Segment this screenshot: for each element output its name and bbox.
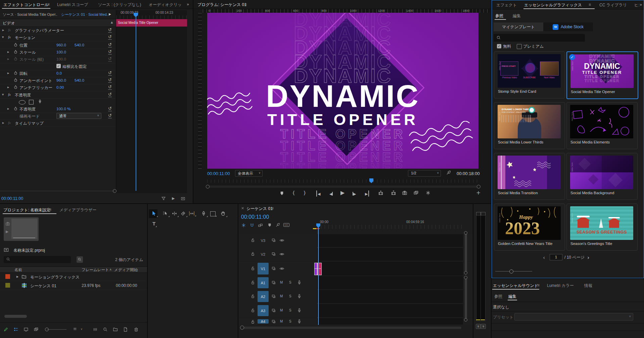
type-tool[interactable]: T bbox=[152, 221, 155, 226]
project-hscrollbar[interactable] bbox=[4, 315, 27, 318]
track-badge[interactable]: V3 bbox=[258, 235, 269, 246]
expander-icon[interactable]: ▶ bbox=[7, 72, 9, 75]
column-framerate[interactable]: フレームレート bbox=[82, 267, 109, 272]
chevron-down-icon[interactable]: ∨ bbox=[54, 12, 56, 16]
page-number-input[interactable]: 1 bbox=[550, 254, 562, 260]
sync-lock-icon[interactable] bbox=[271, 308, 276, 313]
panel-overflow-icon[interactable]: » bbox=[640, 2, 642, 7]
track-select-tool[interactable] bbox=[163, 211, 168, 216]
ec-sequence-label[interactable]: シーケンス 01 · Social Med... bbox=[61, 12, 110, 17]
ec-row-uniform-scale[interactable]: ✓ 縦横比を固定 bbox=[0, 63, 116, 70]
solo-button[interactable]: S bbox=[289, 281, 291, 284]
tab-cc-libraries[interactable]: CC ライブラリ bbox=[599, 2, 627, 8]
ec-row-opacity-value[interactable]: ▶ 不透明度 100.0 % ↺ bbox=[0, 105, 116, 113]
razor-tool[interactable] bbox=[180, 211, 186, 216]
ec-row-anchor-point[interactable]: アンカーポイント 960.0 540.0 ↺ bbox=[0, 77, 116, 84]
sync-lock-icon[interactable] bbox=[271, 319, 276, 324]
program-video-frame[interactable]: DYNAMIC DYNAMIC DYNAMIC DYNAMIC DYNAMIC … bbox=[207, 13, 478, 169]
close-icon[interactable]: × bbox=[241, 206, 244, 210]
solo-button[interactable]: S bbox=[289, 294, 291, 298]
ec-clip-bar[interactable]: Social Media Title Opener bbox=[116, 19, 187, 27]
track-lock-icon[interactable] bbox=[250, 266, 255, 271]
column-name[interactable]: 名前 bbox=[14, 267, 22, 272]
project-file-name[interactable]: 名称未設定.prproj bbox=[13, 248, 45, 253]
expander-icon[interactable]: ▶ bbox=[2, 122, 4, 124]
expander-icon[interactable]: ▼ bbox=[2, 36, 4, 39]
export-frame-button[interactable] bbox=[402, 190, 407, 196]
param-value-y[interactable]: 540.0 bbox=[75, 43, 84, 47]
voiceover-mic-icon[interactable] bbox=[297, 294, 302, 299]
hand-tool[interactable] bbox=[220, 211, 226, 216]
add-marker-button[interactable] bbox=[279, 191, 284, 196]
template-card-social-media-title-opener[interactable]: DYNAMIC DYNAMIC DYNAMIC TITLE OPENER TIT… bbox=[566, 51, 638, 99]
zoom-slider-track[interactable] bbox=[47, 329, 66, 330]
clip-segment-purple[interactable] bbox=[314, 263, 317, 275]
timeline-vscrollbar-audio[interactable] bbox=[465, 277, 467, 319]
panel-menu-icon[interactable]: ≡ bbox=[537, 283, 540, 288]
playback-resolution-dropdown[interactable]: 1/2 ∨ bbox=[408, 170, 441, 177]
program-scrub-ruler[interactable] bbox=[207, 179, 478, 183]
ec-row-graphic-parameters[interactable]: ▶ fx グラフィックパラメーター ↺ bbox=[0, 27, 116, 34]
sync-lock-icon[interactable] bbox=[271, 252, 276, 256]
zoom-bar-right-handle[interactable] bbox=[477, 185, 480, 188]
param-value[interactable]: 100.0 bbox=[56, 50, 66, 54]
ec-row-opacity-group[interactable]: ▼ fx 不透明度 ↺ bbox=[0, 91, 116, 99]
template-card-lower-thirds[interactable]: DYNAMIC LOWER THIRD FOR CONTENT CREATORS… bbox=[494, 102, 565, 149]
solo-button[interactable]: S bbox=[289, 320, 291, 323]
track-lock-icon[interactable] bbox=[250, 280, 255, 285]
column-media-start[interactable]: メディア開始 bbox=[114, 267, 138, 272]
track-lock-icon[interactable] bbox=[250, 294, 255, 299]
reset-icon[interactable]: ↺ bbox=[108, 71, 112, 76]
preset-dropdown[interactable]: ∨ bbox=[514, 313, 633, 321]
ec-row-position[interactable]: 位置 960.0 540.0 ↺ bbox=[0, 42, 116, 49]
sync-lock-icon[interactable] bbox=[271, 238, 276, 243]
template-card-transition[interactable]: Adobe Stock Social Media Transition bbox=[494, 153, 565, 200]
add-marker-icon[interactable] bbox=[267, 223, 272, 227]
tab-project[interactable]: プロジェクト: 名称未設定 bbox=[3, 207, 50, 213]
sort-asc-icon[interactable]: ∧ bbox=[109, 268, 112, 271]
new-bin-icon[interactable] bbox=[113, 327, 118, 332]
expander-icon[interactable]: ▶ bbox=[7, 86, 9, 89]
voiceover-mic-icon[interactable] bbox=[297, 280, 302, 285]
tab-effects[interactable]: エフェクト bbox=[496, 2, 517, 8]
mute-button[interactable]: M bbox=[280, 294, 283, 298]
sync-lock-icon[interactable] bbox=[271, 294, 276, 299]
timeline-playhead-line[interactable] bbox=[318, 227, 319, 325]
writable-pencil-icon[interactable] bbox=[3, 327, 8, 332]
param-value-x[interactable]: 960.0 bbox=[56, 43, 66, 47]
ec-video-section[interactable]: ビデオ ▲ bbox=[0, 19, 116, 27]
go-to-out-button[interactable]: ▶ bbox=[365, 191, 369, 197]
reset-icon[interactable]: ↺ bbox=[108, 35, 112, 40]
timeline-hscrollbar[interactable] bbox=[243, 327, 461, 329]
project-table-header[interactable]: 名前 フレームレート ∧ メディア開始 bbox=[0, 266, 147, 273]
lift-button[interactable] bbox=[378, 190, 383, 196]
mark-out-button[interactable]: } bbox=[303, 190, 306, 196]
timeline-ruler[interactable] bbox=[317, 225, 463, 229]
subtab-edit[interactable]: 編集 bbox=[508, 294, 516, 299]
track-lock-icon[interactable] bbox=[250, 238, 255, 243]
adobe-stock-button[interactable]: St Adobe Stock bbox=[543, 23, 593, 31]
timeline-timecode[interactable]: 00:00:11:00 bbox=[241, 214, 269, 220]
reset-icon[interactable]: ↺ bbox=[108, 78, 112, 83]
tab-lumetri-color[interactable]: Lumetri カラー bbox=[547, 283, 574, 289]
track-badge[interactable]: V2 bbox=[258, 249, 269, 260]
label-color-swatch[interactable] bbox=[5, 274, 10, 279]
reset-icon[interactable]: ↺ bbox=[108, 92, 112, 97]
template-search-input[interactable] bbox=[494, 34, 585, 42]
template-card-seasons-greetings[interactable]: SEASON'S GREETINGS Adobe Stock Season's … bbox=[566, 204, 638, 251]
mute-button[interactable]: M bbox=[280, 308, 283, 312]
solo-left-button[interactable]: S bbox=[476, 324, 481, 329]
play-button[interactable]: ▶ bbox=[340, 189, 344, 196]
ec-hscrollbar-knob[interactable] bbox=[113, 189, 117, 193]
multi-camera-button[interactable] bbox=[425, 190, 431, 196]
program-zoom-bar[interactable] bbox=[207, 185, 478, 188]
tab-audio-clip-mixer[interactable]: オーディオクリッ bbox=[149, 2, 182, 8]
expander-icon[interactable]: ▶ bbox=[2, 29, 4, 32]
ec-row-time-remapping[interactable]: ▶ fx タイムリマップ bbox=[0, 120, 116, 127]
tab-media-browser[interactable]: メディアブラウザー bbox=[59, 207, 96, 213]
ec-row-scale[interactable]: ▶ スケール 100.0 ↺ bbox=[0, 49, 116, 56]
track-badge[interactable]: A4 bbox=[258, 319, 269, 324]
mute-button[interactable]: M bbox=[280, 281, 283, 284]
track-badge[interactable]: A3 bbox=[258, 305, 269, 316]
timeline-vscrollbar-video[interactable] bbox=[465, 233, 467, 273]
